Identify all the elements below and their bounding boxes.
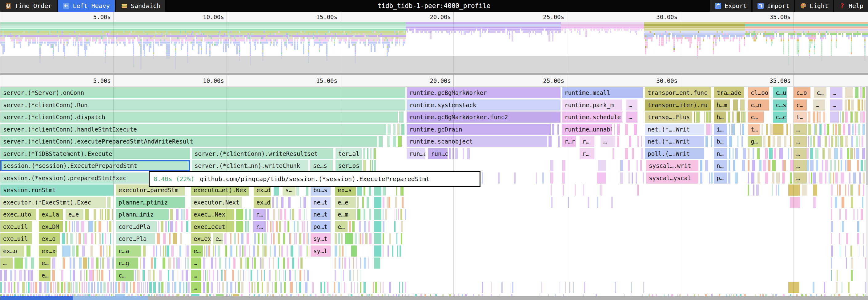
flame-fragment[interactable] — [862, 148, 865, 159]
flame-fragment[interactable] — [208, 245, 210, 257]
flame-fragment[interactable] — [334, 282, 335, 293]
flame-fragment[interactable] — [454, 294, 455, 296]
flame-frame[interactable]: transpor…iter).ru — [645, 99, 711, 111]
flame-frame[interactable]: c…g — [116, 258, 138, 269]
flame-fragment[interactable] — [863, 294, 864, 296]
flame-fragment[interactable] — [374, 197, 381, 208]
flame-fragment[interactable] — [287, 258, 289, 269]
flame-fragment[interactable] — [187, 294, 188, 296]
flame-fragment[interactable] — [620, 173, 623, 184]
flame-frame[interactable]: server.(*clientConn).writeResultset — [192, 148, 333, 159]
flame-frame[interactable]: c… — [794, 99, 807, 111]
flame-fragment[interactable] — [53, 294, 54, 296]
flame-fragment[interactable] — [353, 258, 354, 269]
flame-fragment[interactable] — [93, 294, 94, 296]
flame-fragment[interactable] — [160, 245, 161, 257]
flame-fragment[interactable] — [775, 294, 777, 296]
flame-fragment[interactable] — [307, 270, 309, 281]
flame-frame[interactable]: runtime.schedule — [562, 112, 622, 123]
flame-fragment[interactable] — [69, 258, 71, 269]
flame-fragment[interactable] — [235, 282, 236, 293]
flame-fragment[interactable] — [177, 258, 180, 269]
flame-fragment[interactable] — [400, 209, 402, 220]
flame-fragment[interactable] — [307, 209, 307, 220]
flame-frame[interactable]: cl…oo — [748, 87, 769, 98]
flame-fragment[interactable] — [744, 294, 746, 296]
flame-fragment[interactable] — [357, 197, 359, 208]
flame-fragment[interactable] — [168, 294, 170, 296]
flame-frame[interactable]: c…c — [773, 112, 787, 123]
flame-fragment[interactable] — [304, 221, 305, 232]
flame-fragment[interactable] — [294, 233, 295, 244]
flame-fragment[interactable] — [848, 124, 850, 135]
flame-fragment[interactable] — [399, 112, 404, 123]
flame-fragment[interactable] — [156, 294, 157, 296]
flame-fragment[interactable] — [131, 294, 133, 296]
flame-fragment[interactable] — [84, 294, 85, 296]
flame-frame[interactable]: exe…uil — [0, 221, 32, 232]
flame-fragment[interactable] — [835, 197, 837, 208]
flame-fragment[interactable] — [340, 245, 340, 257]
flame-fragment[interactable] — [863, 112, 865, 123]
flame-fragment[interactable] — [831, 209, 832, 220]
flame-fragment[interactable] — [88, 258, 89, 269]
flame-fragment[interactable] — [96, 258, 98, 269]
flame-fragment[interactable] — [186, 245, 187, 257]
flame-fragment[interactable] — [453, 148, 454, 159]
flame-fragment[interactable] — [652, 294, 653, 296]
flame-frame[interactable]: e… — [39, 270, 51, 281]
flame-frame[interactable]: runtime…unnabl — [562, 124, 612, 135]
flame-fragment[interactable] — [369, 233, 372, 244]
flame-frame[interactable]: c…a — [116, 245, 141, 257]
flame-frame[interactable]: c…s — [773, 99, 787, 111]
flame-fragment[interactable] — [835, 124, 837, 135]
flame-fragment[interactable] — [810, 136, 812, 147]
flame-fragment[interactable] — [157, 294, 158, 296]
flame-frame[interactable]: … — [794, 124, 807, 135]
flame-fragment[interactable] — [229, 258, 230, 269]
flame-fragment[interactable] — [296, 282, 297, 293]
main-ruler[interactable]: 5.00s10.00s15.00s20.00s25.00s30.00s35.00… — [0, 75, 868, 87]
flame-fragment[interactable] — [421, 294, 422, 296]
flame-fragment[interactable] — [279, 270, 280, 281]
flame-fragment[interactable] — [108, 221, 111, 232]
flame-frame[interactable]: t… — [748, 124, 760, 135]
flame-fragment[interactable] — [216, 294, 223, 296]
flame-fragment[interactable] — [8, 282, 9, 293]
flame-fragment[interactable] — [361, 294, 363, 296]
flame-fragment[interactable] — [105, 209, 106, 220]
flame-fragment[interactable] — [72, 294, 73, 296]
flame-frame[interactable]: p… — [714, 173, 727, 184]
flame-fragment[interactable] — [728, 112, 730, 123]
flame-fragment[interactable] — [788, 148, 789, 159]
flame-fragment[interactable] — [462, 294, 463, 296]
flame-fragment[interactable] — [270, 294, 271, 296]
flame-fragment[interactable] — [299, 245, 300, 257]
flame-fragment[interactable] — [294, 270, 296, 281]
flame-fragment[interactable] — [405, 294, 406, 296]
flame-fragment[interactable] — [70, 294, 71, 296]
flame-fragment[interactable] — [648, 294, 649, 296]
flame-fragment[interactable] — [290, 282, 292, 293]
flame-frame[interactable]: session.runStmt — [0, 184, 114, 196]
flame-frame[interactable]: runtime.gcDrain — [407, 124, 551, 135]
flame-fragment[interactable] — [136, 294, 136, 296]
flame-fragment[interactable] — [637, 160, 638, 171]
flame-fragment[interactable] — [19, 270, 22, 281]
flame-fragment[interactable] — [85, 209, 89, 220]
flame-fragment[interactable] — [783, 160, 786, 171]
flame-fragment[interactable] — [848, 282, 849, 293]
flame-fragment[interactable] — [205, 245, 205, 257]
flame-fragment[interactable] — [245, 221, 247, 232]
flame-fragment[interactable] — [741, 112, 742, 123]
flame-fragment[interactable] — [84, 270, 85, 281]
flame-fragment[interactable] — [151, 258, 153, 269]
flame-fragment[interactable] — [389, 197, 390, 208]
flame-fragment[interactable] — [482, 294, 483, 296]
flame-fragment[interactable] — [711, 173, 713, 184]
flame-fragment[interactable] — [859, 136, 860, 147]
flame-fragment[interactable] — [815, 124, 817, 135]
flame-fragment[interactable] — [401, 124, 404, 135]
flame-fragment[interactable] — [845, 136, 848, 147]
flame-fragment[interactable] — [860, 87, 862, 98]
